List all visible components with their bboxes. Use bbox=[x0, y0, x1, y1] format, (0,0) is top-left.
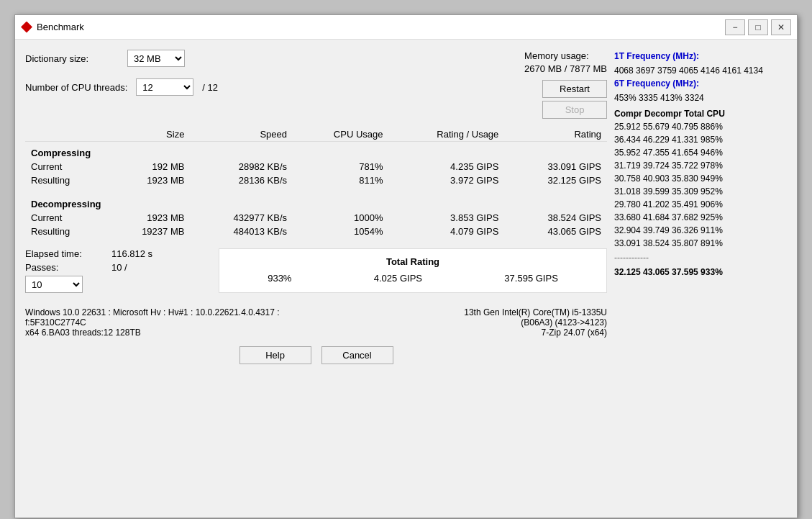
app-version: 7-Zip 24.07 (x64) bbox=[464, 328, 607, 338]
total-cpu-pct: 933% bbox=[268, 273, 291, 284]
decomp-res-rating: 43.065 GIPS bbox=[504, 225, 607, 238]
stop-button[interactable]: Stop bbox=[542, 101, 607, 119]
comp-res-speed: 28136 KB/s bbox=[190, 173, 293, 187]
system-info: 13th Gen Intel(R) Core(TM) i5-1335U (B06… bbox=[25, 307, 607, 338]
right-panel: 1T Frequency (MHz): 4068 3697 3759 4065 … bbox=[614, 50, 787, 374]
benchmark-table: Size Speed CPU Usage Rating / Usage Rati… bbox=[25, 127, 607, 238]
elapsed-label: Elapsed time: bbox=[25, 248, 111, 259]
decomp-res-label: Resulting bbox=[25, 225, 105, 238]
bottom-section: Elapsed time: 116.812 s Passes: 10 / 10 bbox=[25, 248, 607, 293]
total-rating-title: Total Rating bbox=[227, 256, 599, 267]
memory-info: Memory usage: 2670 MB / 7877 MB bbox=[524, 50, 607, 76]
right-panel-row: 25.912 55.679 40.795 886% bbox=[614, 120, 787, 133]
passes-label: Passes: bbox=[25, 262, 111, 273]
decompressing-resulting-row: Resulting 19237 MB 484013 KB/s 1054% 4.0… bbox=[25, 225, 607, 238]
col-rating: Rating bbox=[504, 127, 607, 142]
decomp-curr-rating-usage: 3.853 GIPS bbox=[388, 211, 504, 225]
total-rating: 37.595 GIPS bbox=[504, 273, 557, 284]
comp-curr-cpu: 781% bbox=[293, 160, 388, 173]
decomp-res-cpu: 1054% bbox=[293, 225, 388, 238]
action-buttons: Restart Stop bbox=[542, 80, 607, 119]
elapsed-time-row: Elapsed time: 116.812 s bbox=[25, 248, 211, 259]
right-controls: Memory usage: 2670 MB / 7877 MB Restart … bbox=[524, 50, 607, 119]
decomp-curr-rating: 38.524 GIPS bbox=[504, 211, 607, 225]
maximize-button[interactable]: □ bbox=[748, 19, 768, 35]
decompressing-header-row: Decompressing bbox=[25, 193, 607, 211]
threads-select[interactable]: 12 bbox=[136, 78, 193, 96]
right-panel-row: 35.952 47.355 41.654 946% bbox=[614, 146, 787, 159]
titlebar-controls: − □ ✕ bbox=[725, 19, 791, 35]
col-speed: Speed bbox=[190, 127, 293, 142]
comp-curr-size: 192 MB bbox=[105, 160, 191, 173]
decomp-res-speed: 484013 KB/s bbox=[190, 225, 293, 238]
compressing-current-row: Current 192 MB 28982 KB/s 781% 4.235 GIP… bbox=[25, 160, 607, 173]
cpu-info-right: 13th Gen Intel(R) Core(TM) i5-1335U (B06… bbox=[464, 307, 607, 338]
threads-row: Number of CPU threads: 12 / 12 bbox=[25, 78, 218, 96]
left-panel: Dictionary size: 32 MB Number of CPU thr… bbox=[25, 50, 607, 374]
threads-max: / 12 bbox=[202, 82, 218, 93]
help-button[interactable]: Help bbox=[240, 346, 311, 364]
top-controls: Dictionary size: 32 MB Number of CPU thr… bbox=[25, 50, 607, 119]
memory-value: 2670 MB / 7877 MB bbox=[524, 63, 607, 76]
decomp-res-rating-usage: 4.079 GIPS bbox=[388, 225, 504, 238]
comp-res-cpu: 811% bbox=[293, 173, 388, 187]
benchmark-window: Benchmark − □ ✕ Dictionary size: 32 MB bbox=[14, 14, 798, 518]
compressing-resulting-row: Resulting 1923 MB 28136 KB/s 811% 3.972 … bbox=[25, 173, 607, 187]
passes-dropdown: 10 bbox=[25, 276, 211, 293]
col-cpu: CPU Usage bbox=[293, 127, 388, 142]
elapsed-value: 116.812 s bbox=[111, 248, 152, 259]
col-rating-usage: Rating / Usage bbox=[388, 127, 504, 142]
right-panel-row: 33.091 38.524 35.807 891% bbox=[614, 237, 787, 250]
restart-button[interactable]: Restart bbox=[542, 80, 607, 98]
right-panel-row: 31.018 39.599 35.309 952% bbox=[614, 185, 787, 198]
right-panel-row: 29.780 41.202 35.491 906% bbox=[614, 198, 787, 211]
spacer-row bbox=[25, 187, 607, 193]
freq-1t-title: 1T Frequency (MHz): bbox=[614, 50, 787, 63]
col-size: Size bbox=[105, 127, 191, 142]
minimize-button[interactable]: − bbox=[725, 19, 745, 35]
elapsed-panel: Elapsed time: 116.812 s Passes: 10 / 10 bbox=[25, 248, 211, 293]
decomp-curr-size: 1923 MB bbox=[105, 211, 191, 225]
decomp-curr-speed: 432977 KB/s bbox=[190, 211, 293, 225]
cpu-info-line2: (B06A3) (4123->4123) bbox=[464, 317, 607, 328]
app-icon bbox=[21, 22, 32, 33]
cpu-info-line1: 13th Gen Intel(R) Core(TM) i5-1335U bbox=[464, 307, 607, 317]
right-panel-row: 32.904 39.749 36.326 911% bbox=[614, 224, 787, 237]
comp-curr-speed: 28982 KB/s bbox=[190, 160, 293, 173]
dictionary-label: Dictionary size: bbox=[25, 53, 119, 64]
comp-res-rating: 32.125 GIPS bbox=[504, 173, 607, 187]
freq-6t-values: 453% 3335 413% 3324 bbox=[614, 91, 787, 104]
decomp-curr-label: Current bbox=[25, 211, 105, 225]
comp-curr-rating-usage: 4.235 GIPS bbox=[388, 160, 504, 173]
main-content: Dictionary size: 32 MB Number of CPU thr… bbox=[15, 40, 797, 384]
settings-area: Dictionary size: 32 MB Number of CPU thr… bbox=[25, 50, 218, 101]
table-header-row: Size Speed CPU Usage Rating / Usage Rati… bbox=[25, 127, 607, 142]
titlebar: Benchmark − □ ✕ bbox=[15, 15, 797, 40]
comp-res-rating-usage: 3.972 GIPS bbox=[388, 173, 504, 187]
compressing-header-row: Compressing bbox=[25, 142, 607, 161]
memory-label: Memory usage: bbox=[524, 50, 607, 63]
freq-1t-values: 4068 3697 3759 4065 4146 4161 4134 bbox=[614, 64, 787, 77]
threads-label: Number of CPU threads: bbox=[25, 82, 127, 93]
comp-curr-rating: 33.091 GIPS bbox=[504, 160, 607, 173]
comp-res-label: Resulting bbox=[25, 173, 105, 187]
titlebar-left: Benchmark bbox=[21, 22, 84, 33]
comp-res-size: 1923 MB bbox=[105, 173, 191, 187]
dictionary-select[interactable]: 32 MB bbox=[127, 50, 185, 67]
total-rating-panel: Total Rating 933% 4.025 GIPS 37.595 GIPS bbox=[219, 248, 607, 293]
col-name bbox=[25, 127, 105, 142]
close-button[interactable]: ✕ bbox=[771, 19, 791, 35]
comp-curr-label: Current bbox=[25, 160, 105, 173]
right-panel-row: 31.719 39.724 35.722 978% bbox=[614, 159, 787, 172]
total-row: 32.125 43.065 37.595 933% bbox=[614, 266, 787, 279]
right-panel-rows: 25.912 55.679 40.795 886%36.434 46.229 4… bbox=[614, 120, 787, 250]
right-panel-row: 33.680 41.684 37.682 925% bbox=[614, 211, 787, 224]
cancel-button[interactable]: Cancel bbox=[321, 346, 393, 364]
dictionary-row: Dictionary size: 32 MB bbox=[25, 50, 218, 67]
window-title: Benchmark bbox=[37, 22, 84, 32]
decompressing-label: Decompressing bbox=[25, 193, 607, 211]
decompressing-current-row: Current 1923 MB 432977 KB/s 1000% 3.853 … bbox=[25, 211, 607, 225]
passes-select[interactable]: 10 bbox=[25, 276, 83, 293]
compressing-label: Compressing bbox=[25, 142, 607, 161]
table-header: Compr Decompr Total CPU bbox=[614, 107, 787, 120]
